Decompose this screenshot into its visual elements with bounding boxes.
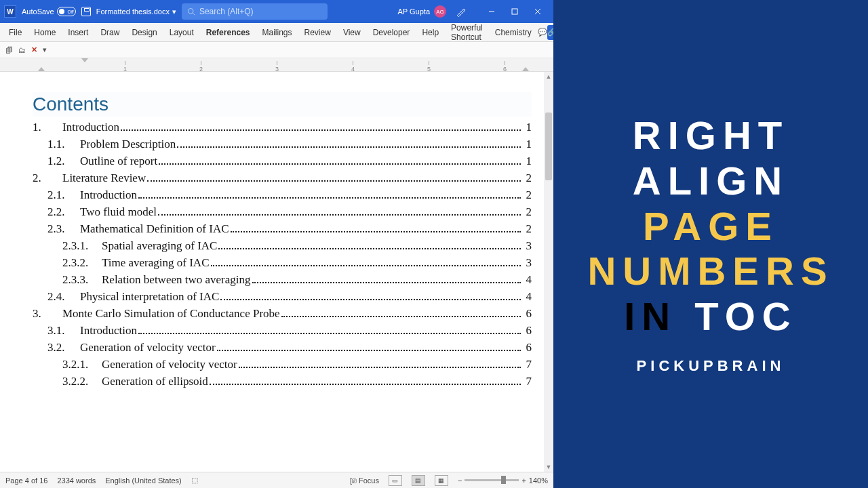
toc-entry[interactable]: 3.1.Introduction6 [33, 324, 532, 338]
update-toc-icon[interactable]: 🗐 [5, 46, 13, 54]
toc-entry-text: Physical interpretation of IAC [80, 290, 219, 304]
menu-item-chemistry[interactable]: Chemistry [489, 23, 538, 42]
autosave-toggle[interactable]: AutoSave Off [22, 7, 76, 16]
toc-entry-page: 6 [522, 341, 532, 354]
first-line-indent-marker[interactable] [81, 58, 88, 65]
zoom-in-button[interactable]: + [521, 476, 526, 485]
menu-item-developer[interactable]: Developer [367, 23, 416, 42]
toc-leader-dots [217, 350, 521, 351]
toc-leader-dots [158, 214, 521, 216]
toc-entry[interactable]: 2.3.3.Relation between two averaging4 [33, 273, 532, 287]
toc-entry-page: 2 [522, 222, 532, 236]
macro-icon[interactable]: ⬚ [191, 476, 198, 485]
dropdown-icon[interactable]: ▾ [43, 45, 47, 54]
toc-entry[interactable]: 3.2.1.Generation of velocity vector7 [33, 358, 532, 371]
titlebar: W AutoSave Off Formatted thesis.docx ▾ S… [0, 0, 553, 23]
toc-entry-page: 1 [522, 121, 532, 134]
toc-entry[interactable]: 2.1.Introduction2 [33, 188, 532, 202]
toc-entry-page: 6 [522, 324, 532, 338]
zoom-out-button[interactable]: − [458, 476, 462, 485]
toc-entry[interactable]: 1.1.Problem Description1 [33, 138, 532, 151]
toc-leader-dots [147, 180, 521, 182]
toc-entry[interactable]: 3.Monte Carlo Simulation of Conductance … [33, 307, 532, 321]
user-account[interactable]: AP Gupta AG [398, 5, 447, 18]
search-input[interactable]: Search (Alt+Q) [182, 3, 328, 20]
page-indicator[interactable]: Page 4 of 16 [5, 476, 47, 485]
left-indent-marker[interactable] [38, 64, 45, 71]
save-icon[interactable] [81, 7, 91, 16]
toc-entry[interactable]: 3.2.Generation of velocity vector6 [33, 341, 532, 354]
toc-entry[interactable]: 2.3.2.Time averaging of IAC3 [33, 256, 532, 270]
toc-entry-number: 3.1. [47, 324, 80, 338]
maximize-button[interactable] [503, 0, 526, 23]
delete-icon[interactable]: ✕ [31, 45, 37, 54]
language-indicator[interactable]: English (United States) [105, 476, 182, 485]
menu-item-layout[interactable]: Layout [163, 23, 200, 42]
pen-icon[interactable] [456, 6, 467, 17]
close-button[interactable] [526, 0, 549, 23]
quick-tools-row: 🗐 🗂 ✕ ▾ [0, 42, 553, 58]
pane-icon[interactable]: 🗂 [18, 46, 26, 54]
menu-item-file[interactable]: File [3, 23, 28, 42]
right-indent-marker[interactable] [522, 64, 529, 71]
print-layout-button[interactable]: ▤ [412, 475, 425, 486]
menu-item-design[interactable]: Design [125, 23, 163, 42]
ruler-mark: 2 [199, 61, 203, 73]
promo-text: ALIGN [633, 159, 789, 204]
horizontal-ruler[interactable]: 123456 [0, 58, 553, 72]
menu-item-review[interactable]: Review [298, 23, 337, 42]
toc-entry-text: Generation of ellipsoid [102, 375, 208, 388]
menu-item-references[interactable]: References [200, 23, 256, 42]
toc-leader-dots [138, 333, 521, 334]
zoom-slider[interactable] [465, 479, 519, 481]
menu-item-help[interactable]: Help [416, 23, 445, 42]
scroll-thumb[interactable] [545, 113, 552, 180]
toc-entry[interactable]: 1.Introduction1 [33, 121, 532, 134]
ruler-mark: 6 [503, 61, 507, 73]
toc-entry-page: 3 [522, 239, 532, 253]
toc-entry-text: Relation between two averaging [102, 273, 251, 287]
toc-entry-text: Introduction [80, 188, 137, 202]
toc-entry[interactable]: 2.3.1.Spatial averaging of IAC3 [33, 239, 532, 253]
toc-entry-page: 3 [522, 256, 532, 270]
menu-item-powerful-shortcut[interactable]: Powerful Shortcut [445, 23, 489, 42]
word-count[interactable]: 2334 words [57, 476, 96, 485]
search-icon [187, 7, 195, 16]
comments-icon[interactable]: 💬 [538, 25, 547, 40]
toc-entry-number: 2.3.1. [62, 239, 102, 253]
document-page[interactable]: Contents 1.Introduction11.1.Problem Desc… [8, 85, 545, 388]
read-mode-button[interactable]: ▭ [389, 475, 402, 486]
toc-entry[interactable]: 2.3.Mathematical Definition of IAC2 [33, 222, 532, 236]
toc-entry-page: 4 [522, 273, 532, 287]
promo-brand: PICKUPBRAIN [637, 357, 785, 375]
toc-leader-dots [218, 248, 521, 249]
toc-entry-number: 2.2. [47, 205, 80, 219]
minimize-button[interactable] [480, 0, 503, 23]
menu-item-home[interactable]: Home [28, 23, 62, 42]
scroll-up-icon[interactable]: ▲ [544, 72, 553, 81]
ruler-mark: 5 [427, 61, 431, 73]
vertical-scrollbar[interactable]: ▲ ▼ [544, 72, 553, 472]
toc-entry[interactable]: 3.2.2.Generation of ellipsoid7 [33, 375, 532, 388]
zoom-control[interactable]: − + 140% [458, 476, 548, 485]
toc-leader-dots [138, 197, 521, 199]
toc-entry[interactable]: 2.2.Two fluid model2 [33, 205, 532, 219]
menu-item-mailings[interactable]: Mailings [256, 23, 298, 42]
menu-item-draw[interactable]: Draw [94, 23, 125, 42]
web-layout-button[interactable]: ▦ [435, 475, 448, 486]
zoom-value[interactable]: 140% [529, 476, 548, 485]
promo-text: IN TOC [624, 294, 797, 340]
toc-entry-text: Problem Description [80, 138, 176, 151]
menu-bar: FileHomeInsertDrawDesignLayoutReferences… [0, 23, 553, 42]
toc-entry[interactable]: 2.4.Physical interpretation of IAC4 [33, 290, 532, 304]
promo-text: PAGE [643, 204, 778, 249]
toc-entry[interactable]: 2.Literature Review2 [33, 171, 532, 185]
document-name[interactable]: Formatted thesis.docx ▾ [96, 7, 176, 16]
window-controls [480, 0, 549, 23]
focus-mode-button[interactable]: [⎚ Focus [350, 476, 379, 485]
menu-item-insert[interactable]: Insert [62, 23, 94, 42]
autosave-label: AutoSave [22, 7, 54, 16]
scroll-down-icon[interactable]: ▼ [544, 462, 553, 472]
toc-entry[interactable]: 1.2.Outline of report1 [33, 155, 532, 168]
menu-item-view[interactable]: View [337, 23, 367, 42]
